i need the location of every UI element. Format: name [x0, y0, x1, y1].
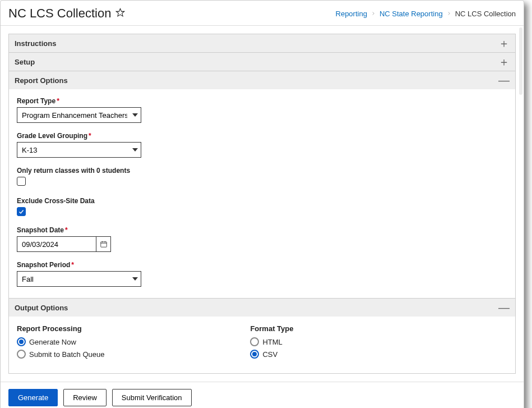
radio-submit-batch-label: Submit to Batch Queue	[29, 350, 104, 359]
report-type-label: Report Type*	[17, 97, 507, 105]
review-button[interactable]: Review	[63, 389, 107, 406]
breadcrumb: Reporting NC State Reporting NC LCS Coll…	[336, 10, 516, 18]
accordion-instructions-header[interactable]: Instructions ＋	[9, 34, 515, 52]
plus-icon: ＋	[498, 56, 510, 67]
breadcrumb-nc-state-reporting[interactable]: NC State Reporting	[380, 10, 443, 18]
radio-html-button[interactable]	[250, 337, 259, 346]
page-title: NC LCS Collection	[8, 6, 111, 21]
radio-csv-label: CSV	[262, 350, 277, 359]
chevron-right-icon	[369, 10, 377, 18]
format-type-heading: Format Type	[250, 324, 293, 333]
svg-rect-3	[100, 242, 107, 247]
report-type-select[interactable]: Program Enhancement Teachers	[17, 107, 141, 123]
scrollbar[interactable]	[519, 27, 522, 95]
radio-submit-batch-button[interactable]	[17, 350, 26, 359]
exclude-cross-site-checkbox[interactable]	[17, 207, 26, 216]
exclude-cross-site-label: Exclude Cross-Site Data	[17, 197, 507, 205]
calendar-icon	[100, 240, 108, 248]
minus-icon: —	[498, 302, 510, 313]
only-zero-students-checkbox[interactable]	[17, 177, 26, 186]
breadcrumb-reporting[interactable]: Reporting	[336, 10, 367, 18]
snapshot-period-label: Snapshot Period*	[17, 261, 507, 269]
snapshot-period-select[interactable]: Fall	[17, 271, 141, 287]
accordion-report-options-header[interactable]: Report Options —	[9, 71, 515, 89]
submit-verification-button[interactable]: Submit Verification	[112, 389, 192, 406]
svg-marker-0	[117, 8, 124, 16]
grade-level-grouping-select[interactable]: K-13	[17, 142, 141, 158]
accordion-report-options-title: Report Options	[15, 76, 68, 85]
accordion-setup-title: Setup	[15, 58, 35, 66]
radio-html-label: HTML	[262, 338, 282, 346]
snapshot-date-input[interactable]	[17, 237, 96, 251]
only-zero-students-label: Only return classes with 0 students	[17, 167, 507, 175]
radio-csv[interactable]: CSV	[250, 350, 293, 359]
accordion-output-options-title: Output Options	[15, 304, 68, 312]
minus-icon: —	[498, 75, 510, 86]
breadcrumb-current: NC LCS Collection	[455, 10, 516, 18]
accordion-output-options-header[interactable]: Output Options —	[9, 299, 515, 317]
favorite-star-icon[interactable]	[115, 8, 125, 20]
snapshot-date-label: Snapshot Date*	[17, 226, 507, 234]
accordion-setup-header[interactable]: Setup ＋	[9, 53, 515, 71]
radio-generate-now[interactable]: Generate Now	[17, 337, 104, 346]
chevron-right-icon	[445, 10, 453, 18]
radio-html[interactable]: HTML	[250, 337, 293, 346]
accordion-instructions-title: Instructions	[15, 39, 56, 48]
plus-icon: ＋	[498, 38, 510, 49]
radio-generate-now-button[interactable]	[17, 337, 26, 346]
radio-submit-batch[interactable]: Submit to Batch Queue	[17, 350, 104, 359]
report-processing-heading: Report Processing	[17, 324, 104, 333]
calendar-button[interactable]	[96, 237, 110, 251]
radio-csv-button[interactable]	[250, 350, 259, 359]
generate-button[interactable]: Generate	[8, 389, 58, 406]
grade-level-grouping-label: Grade Level Grouping*	[17, 132, 507, 140]
radio-generate-now-label: Generate Now	[29, 338, 76, 346]
